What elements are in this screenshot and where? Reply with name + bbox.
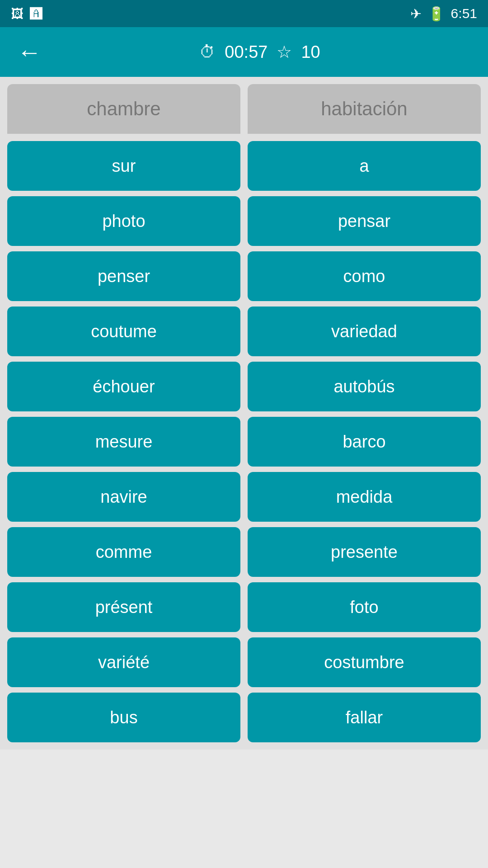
header-row: chambre habitación xyxy=(0,77,488,134)
app-bar-center: ⏱ 00:57 ☆ 10 xyxy=(45,42,474,62)
word-left-4[interactable]: échouer xyxy=(7,362,240,411)
word-right-10[interactable]: fallar xyxy=(248,693,481,742)
word-row: naviremedida xyxy=(7,472,481,522)
word-left-9[interactable]: variété xyxy=(7,637,240,687)
timer-icon: ⏱ xyxy=(199,42,216,61)
word-row: coutumevariedad xyxy=(7,307,481,356)
word-grid: suraphotopensarpensercomocoutumevariedad… xyxy=(0,134,488,750)
time-display: 6:51 xyxy=(451,6,477,21)
word-row: présentfoto xyxy=(7,582,481,632)
word-row: busfallar xyxy=(7,693,481,742)
word-right-8[interactable]: foto xyxy=(248,582,481,632)
word-row: variétécostumbre xyxy=(7,637,481,687)
word-right-5[interactable]: barco xyxy=(248,417,481,467)
star-icon: ☆ xyxy=(277,42,292,62)
word-right-4[interactable]: autobús xyxy=(248,362,481,411)
word-right-6[interactable]: medida xyxy=(248,472,481,522)
gallery-icon: 🖼 xyxy=(11,6,23,21)
word-left-6[interactable]: navire xyxy=(7,472,240,522)
status-bar: 🖼 🅰 ✈ 🔋 6:51 xyxy=(0,0,488,27)
app-bar: ← ⏱ 00:57 ☆ 10 xyxy=(0,27,488,77)
airplane-icon: ✈ xyxy=(410,6,422,22)
word-right-0[interactable]: a xyxy=(248,141,481,191)
text-icon: 🅰 xyxy=(30,6,42,21)
back-button[interactable]: ← xyxy=(14,38,45,66)
status-bar-right-icons: ✈ 🔋 6:51 xyxy=(410,6,477,22)
right-header: habitación xyxy=(248,84,481,134)
left-header: chambre xyxy=(7,84,240,134)
word-left-8[interactable]: présent xyxy=(7,582,240,632)
word-left-5[interactable]: mesure xyxy=(7,417,240,467)
star-count: 10 xyxy=(301,42,320,62)
word-row: échouerautobús xyxy=(7,362,481,411)
word-row: mesurebarco xyxy=(7,417,481,467)
word-right-7[interactable]: presente xyxy=(248,527,481,577)
word-left-0[interactable]: sur xyxy=(7,141,240,191)
word-right-1[interactable]: pensar xyxy=(248,196,481,246)
word-left-2[interactable]: penser xyxy=(7,251,240,301)
word-left-7[interactable]: comme xyxy=(7,527,240,577)
word-right-9[interactable]: costumbre xyxy=(248,637,481,687)
word-left-3[interactable]: coutume xyxy=(7,307,240,356)
word-right-3[interactable]: variedad xyxy=(248,307,481,356)
word-row: sura xyxy=(7,141,481,191)
word-row: photopensar xyxy=(7,196,481,246)
word-right-2[interactable]: como xyxy=(248,251,481,301)
word-left-1[interactable]: photo xyxy=(7,196,240,246)
word-row: commepresente xyxy=(7,527,481,577)
timer-value: 00:57 xyxy=(225,42,267,62)
status-bar-left-icons: 🖼 🅰 xyxy=(11,6,42,21)
battery-icon: 🔋 xyxy=(428,6,445,22)
word-left-10[interactable]: bus xyxy=(7,693,240,742)
word-row: pensercomo xyxy=(7,251,481,301)
